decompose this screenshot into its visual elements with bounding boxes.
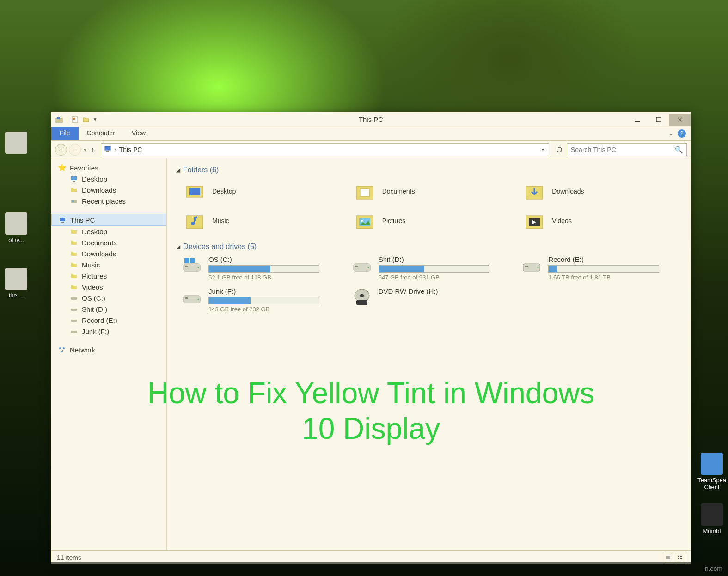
svg-rect-57 [678,556,679,557]
folder-icon [70,283,78,291]
ribbon: File Computer View ⌄ ? [51,127,691,141]
folder-music[interactable]: Music [181,208,342,233]
svg-rect-45 [525,266,528,267]
star-icon: ⭐ [58,164,66,172]
drive-icon [70,294,78,302]
address-dropdown-icon[interactable]: ▾ [542,147,546,152]
sidebar-favorites[interactable]: ⭐ Favorites [51,162,166,173]
sidebar-item-videos[interactable]: Videos [51,281,166,292]
drive-item[interactable]: Shit (D:)547 GB free of 931 GB [351,255,512,281]
folder-icon [70,261,78,269]
drive-item[interactable]: Junk (F:)143 GB free of 232 GB [181,287,342,313]
desktop-icon-mumble[interactable]: Mumbl [696,503,728,534]
drive-free-text: 1.66 TB free of 1.81 TB [548,274,681,281]
tab-view[interactable]: View [123,127,154,140]
help-icon[interactable]: ? [678,129,686,138]
sidebar-item-drive-d[interactable]: Shit (D:) [51,303,166,315]
drive-name: DVD RW Drive (H:) [379,287,512,295]
up-button[interactable]: ↑ [89,146,96,153]
section-folders[interactable]: ◢ Folders (6) [176,166,681,174]
sidebar-item-music[interactable]: Music [51,259,166,270]
desktop-icon[interactable]: the ... [0,268,32,299]
sidebar-item-drive-f[interactable]: Junk (F:) [51,326,166,337]
folder-icon [184,211,206,230]
svg-rect-10 [71,176,77,180]
folder-icon [184,182,206,201]
svg-point-13 [72,200,74,202]
status-item-count: 11 items [57,554,81,561]
drive-item[interactable]: Record (E:)1.66 TB free of 1.81 TB [520,255,681,281]
desktop-icon[interactable] [0,132,32,156]
sidebar-item-desktop[interactable]: Desktop [51,173,166,184]
address-bar[interactable]: › This PC ▾ [101,143,549,156]
drive-item[interactable]: DVDDVD RW Drive (H:) [351,287,512,313]
sidebar-item-pictures[interactable]: Pictures [51,270,166,281]
folder-icon [70,227,78,236]
back-button[interactable]: ← [55,144,67,156]
sidebar-network[interactable]: Network [51,344,166,355]
sidebar-item-downloads[interactable]: Downloads [51,248,166,259]
search-icon[interactable]: 🔍 [675,146,683,153]
qat-separator: | [66,116,68,123]
folder-videos[interactable]: Videos [520,208,681,233]
section-drives[interactable]: ◢ Devices and drives (5) [176,243,681,251]
properties-icon[interactable] [71,115,79,124]
svg-rect-14 [60,218,65,221]
sidebar-item-recent[interactable]: Recent places [51,195,166,206]
maximize-button[interactable] [648,114,669,126]
drive-item[interactable]: OS (C:)52.1 GB free of 118 GB [181,255,342,281]
drive-icon [351,255,373,274]
drive-free-text: 547 GB free of 931 GB [379,274,512,281]
search-input[interactable] [571,146,675,153]
drive-free-text: 143 GB free of 232 GB [208,306,342,313]
svg-rect-26 [189,188,200,195]
titlebar[interactable]: | ▼ This PC [51,112,691,127]
svg-point-51 [360,294,364,297]
drive-icon: DVD [351,287,373,306]
sidebar-item-downloads[interactable]: Downloads [51,184,166,195]
sidebar-item-drive-e[interactable]: Record (E:) [51,315,166,326]
svg-rect-60 [680,558,682,559]
drive-icon [181,255,203,274]
usage-bar [208,265,319,273]
explorer-window: | ▼ This PC File Computer View ⌄ ? ← → ▾… [51,112,691,564]
collapse-arrow-icon: ◢ [176,167,180,173]
svg-rect-19 [71,331,77,333]
sidebar-item-documents[interactable]: Documents [51,237,166,248]
taskbar[interactable] [0,562,728,576]
desktop-icon[interactable]: of iv... [0,212,32,243]
tab-computer[interactable]: Computer [79,127,123,140]
minimize-button[interactable] [627,114,648,126]
qat-dropdown-arrow[interactable]: ▼ [93,117,98,122]
overlay-caption: How to Fix Yellow Tint in Windows 10 Dis… [140,376,602,447]
search-box[interactable]: 🔍 [567,143,687,156]
folder-desktop[interactable]: Desktop [181,179,342,204]
folder-downloads[interactable]: Downloads [520,179,681,204]
folder-pictures[interactable]: Pictures [351,208,512,233]
svg-rect-8 [105,146,110,150]
ribbon-collapse-icon[interactable]: ⌄ [668,130,673,137]
svg-point-43 [367,267,369,268]
svg-rect-59 [678,558,679,559]
drive-name: Shit (D:) [379,255,512,263]
tab-file[interactable]: File [51,127,79,140]
desktop-icon-teamspeak[interactable]: TeamSpea Client [696,453,728,491]
sidebar-item-desktop[interactable]: Desktop [51,226,166,237]
close-button[interactable] [669,114,691,126]
forward-button[interactable]: → [69,144,81,156]
folder-documents[interactable]: Documents [351,179,512,204]
history-dropdown-icon[interactable]: ▾ [83,146,87,153]
drive-icon [520,255,543,274]
drive-icon [70,327,78,335]
breadcrumb-location[interactable]: This PC [119,146,142,153]
recent-icon [70,197,78,205]
sidebar-thispc[interactable]: This PC [51,214,166,226]
new-folder-icon[interactable] [82,115,90,124]
sidebar-item-drive-c[interactable]: OS (C:) [51,292,166,303]
refresh-button[interactable] [554,144,565,155]
folder-icon [523,211,545,230]
tiles-view-button[interactable] [675,553,685,562]
drive-name: OS (C:) [208,255,342,263]
svg-rect-42 [355,266,358,267]
details-view-button[interactable] [663,553,673,562]
